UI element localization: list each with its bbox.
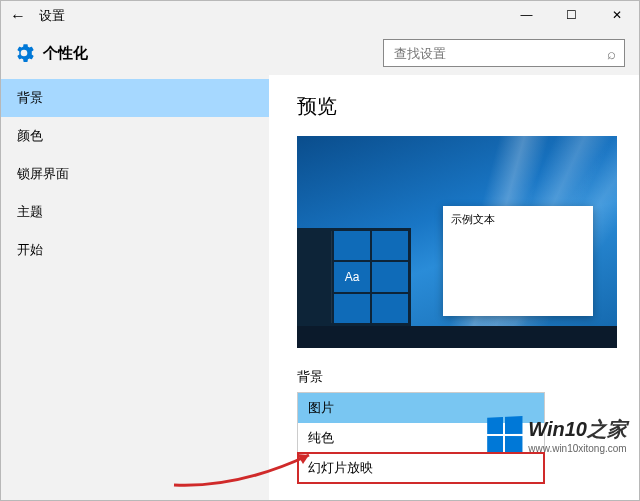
window-controls: — ☐ ✕ bbox=[504, 1, 639, 29]
search-icon[interactable]: ⌕ bbox=[607, 45, 616, 62]
back-icon: ← bbox=[10, 7, 26, 25]
dropdown-option-label: 幻灯片放映 bbox=[308, 459, 373, 477]
close-icon: ✕ bbox=[612, 8, 622, 22]
taskbar-preview bbox=[297, 326, 617, 348]
desktop-preview: 示例文本 Aa bbox=[297, 136, 617, 348]
sidebar-item-colors[interactable]: 颜色 bbox=[1, 117, 269, 155]
back-button[interactable]: ← bbox=[1, 2, 35, 30]
tile-aa: Aa bbox=[334, 262, 370, 291]
gear-icon bbox=[13, 42, 35, 64]
preview-heading: 预览 bbox=[297, 93, 639, 120]
background-dropdown[interactable]: 图片 纯色 幻灯片放映 bbox=[297, 392, 545, 484]
dropdown-selected[interactable]: 图片 bbox=[298, 393, 544, 423]
dropdown-option-solid[interactable]: 纯色 bbox=[298, 423, 544, 453]
maximize-button[interactable]: ☐ bbox=[549, 1, 594, 29]
minimize-icon: — bbox=[521, 8, 533, 22]
close-button[interactable]: ✕ bbox=[594, 1, 639, 29]
search-box[interactable]: ⌕ bbox=[383, 39, 625, 67]
sidebar-item-background[interactable]: 背景 bbox=[1, 79, 269, 117]
search-input[interactable] bbox=[392, 45, 607, 62]
maximize-icon: ☐ bbox=[566, 8, 577, 22]
sample-window-text: 示例文本 bbox=[451, 213, 495, 225]
sidebar-item-label: 背景 bbox=[17, 89, 43, 107]
header: 个性化 ⌕ bbox=[1, 31, 639, 75]
page-title: 个性化 bbox=[43, 44, 88, 63]
sidebar: 背景 颜色 锁屏界面 主题 开始 bbox=[1, 75, 269, 501]
dropdown-option-slideshow[interactable]: 幻灯片放映 bbox=[298, 453, 544, 483]
titlebar: ← 设置 — ☐ ✕ bbox=[1, 1, 639, 31]
dropdown-option-label: 纯色 bbox=[308, 429, 334, 447]
minimize-button[interactable]: — bbox=[504, 1, 549, 29]
main-panel: 预览 示例文本 Aa 背景 图片 纯色 幻灯片放映 bbox=[269, 75, 639, 501]
sidebar-item-label: 主题 bbox=[17, 203, 43, 221]
dropdown-option-label: 图片 bbox=[308, 399, 334, 417]
sidebar-item-start[interactable]: 开始 bbox=[1, 231, 269, 269]
sidebar-item-label: 锁屏界面 bbox=[17, 165, 69, 183]
sidebar-item-themes[interactable]: 主题 bbox=[1, 193, 269, 231]
content: 背景 颜色 锁屏界面 主题 开始 预览 示例文本 Aa 背景 图片 纯色 幻灯片… bbox=[1, 75, 639, 501]
sidebar-item-label: 颜色 bbox=[17, 127, 43, 145]
window-title: 设置 bbox=[35, 7, 65, 25]
background-label: 背景 bbox=[297, 368, 639, 386]
sidebar-item-lockscreen[interactable]: 锁屏界面 bbox=[1, 155, 269, 193]
start-menu-preview: Aa bbox=[297, 228, 411, 326]
sidebar-item-label: 开始 bbox=[17, 241, 43, 259]
sample-window: 示例文本 bbox=[443, 206, 593, 316]
